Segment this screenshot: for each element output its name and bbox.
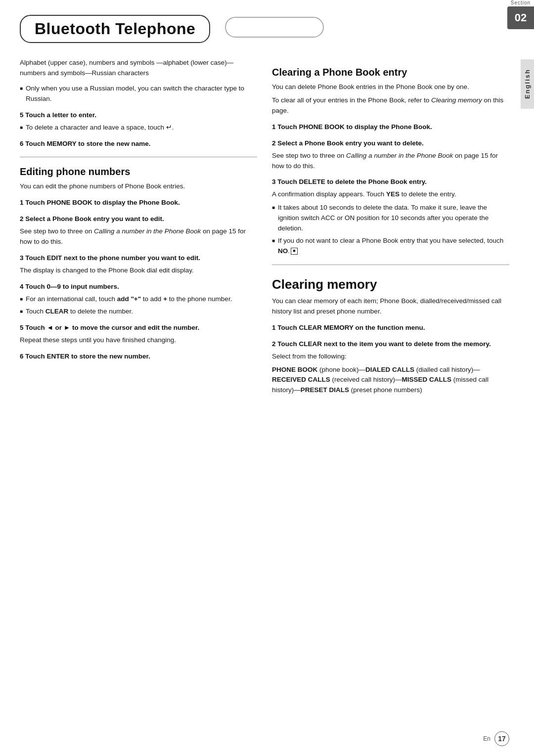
intro-line1: Alphabet (upper case), numbers and symbo…	[20, 58, 257, 79]
divider2	[272, 265, 509, 265]
right-column: Clearing a Phone Book entry You can dele…	[272, 58, 509, 399]
footer-lang: En	[483, 735, 490, 742]
bullet-icon-edit4a: ■	[20, 295, 23, 303]
bullet-icon-edit4b: ■	[20, 308, 23, 315]
title-box: Bluetooth Telephone	[20, 15, 210, 43]
edit-step4-bullet1-text: For an international call, touch add "+"…	[26, 294, 257, 305]
edit-step1-heading: 1 Touch PHONE BOOK to display the Phone …	[20, 198, 257, 208]
clear-entry-step3-bullet1-text: It takes about 10 seconds to delete the …	[278, 203, 509, 234]
header-oval	[225, 17, 324, 38]
clear-entry-step3-heading: 3 Touch DELETE to delete the Phone Book …	[272, 177, 509, 187]
divider1	[20, 157, 257, 157]
bullet-icon-clear3a: ■	[272, 204, 275, 212]
clear-entry-step2-heading: 2 Select a Phone Book entry you want to …	[272, 138, 509, 149]
clearing-entry-intro2: To clear all of your entries in the Phon…	[272, 95, 509, 116]
clearing-memory-heading: Clearing memory	[272, 277, 509, 292]
edit-step2-heading: 2 Select a Phone Book entry you want to …	[20, 214, 257, 224]
language-tab: English	[521, 59, 534, 109]
clear-mem-step2-heading: 2 Touch CLEAR next to the item you want …	[272, 339, 509, 350]
step5-touch-letter-text: To delete a character and leave a space,…	[26, 123, 257, 133]
edit-step3-heading: 3 Touch EDIT next to the phone number yo…	[20, 253, 257, 264]
clearing-memory-intro: You can clear memory of each item; Phone…	[272, 296, 509, 317]
step5-touch-letter-heading: 5 Touch a letter to enter.	[20, 110, 257, 121]
edit-step4-bullet1: ■ For an international call, touch add "…	[20, 294, 257, 305]
intro-line2: Only when you use a Russian model, you c…	[26, 84, 257, 104]
no-box-icon: ■	[291, 248, 298, 255]
top-header: Bluetooth Telephone	[0, 0, 534, 43]
page-wrapper: Section 02 Bluetooth Telephone English A…	[0, 0, 534, 756]
edit-step4-bullet2-text: Touch CLEAR to delete the number.	[26, 307, 257, 317]
clear-entry-step2-body: See step two to three on Calling a numbe…	[272, 151, 509, 172]
editing-intro: You can edit the phone numbers of Phone …	[20, 181, 257, 192]
step6-memory-heading: 6 Touch MEMORY to store the new name.	[20, 139, 257, 149]
edit-step5-body: Repeat these steps until you have finish…	[20, 335, 257, 346]
editing-section-heading: Editing phone numbers	[20, 166, 257, 178]
intro-bullet: ■ Only when you use a Russian model, you…	[20, 84, 257, 104]
clearing-entry-heading: Clearing a Phone Book entry	[272, 67, 509, 78]
edit-step5-heading: 5 Touch ◄ or ► to move the cursor and ed…	[20, 323, 257, 333]
edit-step3-body: The display is changed to the Phone Book…	[20, 266, 257, 276]
clear-entry-step3-body1: A confirmation display appears. Touch YE…	[272, 189, 509, 200]
edit-step4-bullet2: ■ Touch CLEAR to delete the number.	[20, 307, 257, 317]
left-column: Alphabet (upper case), numbers and symbo…	[20, 58, 257, 399]
edit-step6-heading: 6 Touch ENTER to store the new number.	[20, 352, 257, 362]
clear-mem-step2-body1: Select from the following:	[272, 352, 509, 362]
footer-page-number: 17	[494, 731, 509, 746]
edit-step2-body: See step two to three on Calling a numbe…	[20, 226, 257, 247]
clearing-entry-intro1: You can delete Phone Book entries in the…	[272, 82, 509, 92]
clear-entry-step3-bullet2: ■ If you do not want to clear a Phone Bo…	[272, 236, 509, 257]
page-title: Bluetooth Telephone	[35, 20, 195, 38]
bullet-icon-step5: ■	[20, 124, 23, 132]
clear-entry-step3-bullet1: ■ It takes about 10 seconds to delete th…	[272, 203, 509, 234]
clear-mem-step2-body2: PHONE BOOK (phone book)—DIALED CALLS (di…	[272, 365, 509, 396]
main-content: Alphabet (upper case), numbers and symbo…	[0, 48, 534, 418]
step5-touch-letter-bullet: ■ To delete a character and leave a spac…	[20, 123, 257, 133]
edit-step4-heading: 4 Touch 0—9 to input numbers.	[20, 282, 257, 292]
clear-entry-step3-bullet2-text: If you do not want to clear a Phone Book…	[278, 236, 509, 257]
clear-mem-step1-heading: 1 Touch CLEAR MEMORY on the function men…	[272, 323, 509, 333]
bullet-icon-intro: ■	[20, 85, 23, 92]
bullet-icon-clear3b: ■	[272, 237, 275, 245]
page-footer: En 17	[483, 731, 509, 746]
clear-entry-step1-heading: 1 Touch PHONE BOOK to display the Phone …	[272, 122, 509, 133]
